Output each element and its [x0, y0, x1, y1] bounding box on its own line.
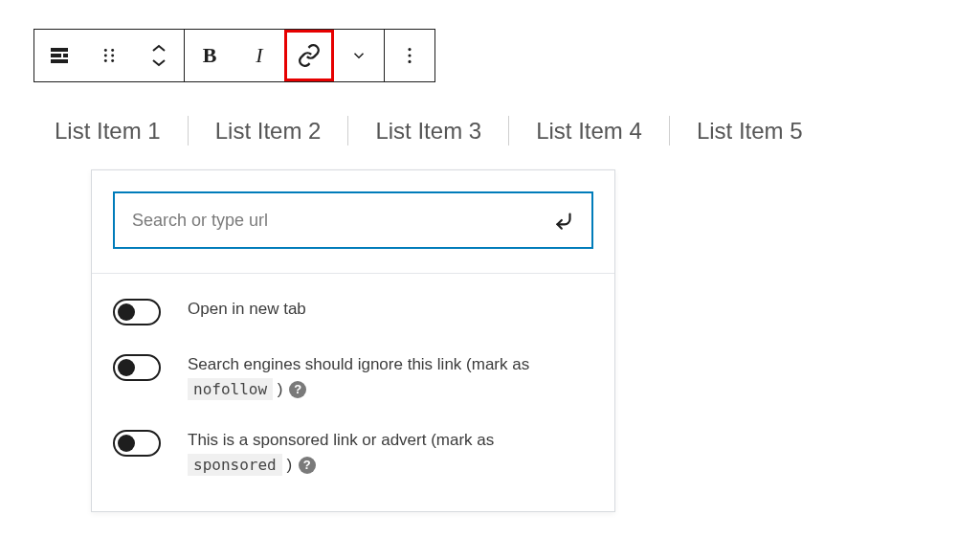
help-icon[interactable]: ? — [299, 457, 316, 474]
list-item[interactable]: List Item 3 — [348, 116, 509, 146]
option-nofollow: Search engines should ignore this link (… — [113, 339, 593, 415]
svg-point-5 — [111, 49, 114, 52]
link-popover: Open in new tab Search engines should ig… — [91, 169, 615, 512]
list-item[interactable]: List Item 5 — [670, 116, 830, 146]
move-icon — [149, 43, 168, 68]
link-url-input[interactable] — [130, 210, 551, 232]
svg-point-4 — [104, 49, 107, 52]
option-new-tab-label: Open in new tab — [188, 297, 306, 322]
more-dropdown-button[interactable] — [334, 30, 384, 81]
svg-rect-2 — [63, 54, 68, 57]
block-list-icon — [48, 44, 71, 67]
link-icon — [297, 43, 322, 68]
toggle-nofollow[interactable] — [113, 354, 161, 381]
bold-button[interactable]: B — [185, 30, 234, 81]
svg-point-10 — [408, 48, 411, 51]
toggle-knob — [118, 303, 135, 321]
svg-point-7 — [111, 55, 114, 57]
svg-point-11 — [408, 54, 411, 56]
submit-link-button[interactable] — [551, 208, 576, 233]
toolbar-group-options — [385, 30, 434, 81]
svg-point-9 — [111, 59, 114, 62]
more-vertical-icon — [399, 45, 420, 66]
transform-button[interactable] — [34, 30, 84, 81]
label-text: ) — [278, 380, 283, 398]
help-icon[interactable]: ? — [289, 381, 306, 398]
toolbar-group-transform — [34, 30, 185, 81]
toggle-sponsored[interactable] — [113, 430, 161, 457]
list-items-row: List Item 1 List Item 2 List Item 3 List… — [33, 116, 947, 146]
italic-icon: I — [256, 43, 262, 68]
svg-rect-3 — [51, 59, 68, 63]
option-nofollow-label: Search engines should ignore this link (… — [188, 352, 551, 401]
toggle-knob — [118, 359, 135, 376]
list-item[interactable]: List Item 2 — [189, 116, 349, 146]
bold-icon: B — [203, 43, 217, 68]
link-search-section — [92, 170, 614, 274]
list-item[interactable]: List Item 4 — [509, 116, 670, 146]
options-button[interactable] — [385, 30, 434, 81]
block-toolbar: B I — [33, 29, 435, 82]
label-text: This is a sponsored link or advert (mark… — [188, 431, 494, 449]
svg-point-6 — [104, 55, 107, 57]
label-text: Search engines should ignore this link (… — [188, 355, 529, 373]
label-text: ) — [286, 456, 292, 474]
link-search-wrap — [113, 191, 593, 249]
drag-icon — [99, 45, 120, 66]
code-tag: nofollow — [188, 378, 273, 400]
drag-handle-button[interactable] — [84, 30, 134, 81]
option-sponsored-label: This is a sponsored link or advert (mark… — [188, 428, 551, 477]
toggle-knob — [118, 435, 135, 452]
enter-icon — [551, 208, 576, 233]
svg-point-8 — [104, 59, 107, 62]
svg-rect-0 — [51, 48, 68, 52]
option-sponsored: This is a sponsored link or advert (mark… — [113, 415, 593, 490]
list-item[interactable]: List Item 1 — [33, 116, 189, 146]
code-tag: sponsored — [188, 454, 282, 476]
link-options-section: Open in new tab Search engines should ig… — [92, 274, 614, 511]
move-button[interactable] — [134, 30, 184, 81]
svg-point-12 — [408, 60, 411, 63]
svg-rect-1 — [51, 54, 61, 57]
link-button[interactable] — [284, 30, 334, 81]
toolbar-group-format: B I — [185, 30, 385, 81]
italic-button[interactable]: I — [234, 30, 284, 81]
option-new-tab: Open in new tab — [113, 283, 593, 339]
chevron-down-icon — [350, 47, 368, 64]
toggle-new-tab[interactable] — [113, 299, 161, 325]
